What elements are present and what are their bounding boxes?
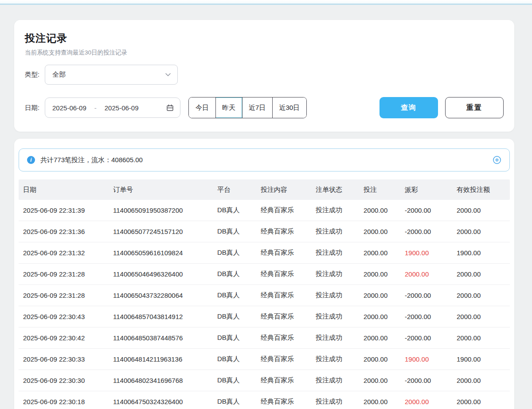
date-start-value: 2025-06-09 (52, 104, 86, 112)
table-row: 2025-06-09 22:31:32 1140065059616109824 … (19, 242, 510, 264)
cell-payout: -2000.00 (400, 292, 452, 299)
table-row: 2025-06-09 22:31:39 1140065091950387200 … (19, 200, 510, 221)
cell-payout: -2000.00 (400, 206, 452, 214)
cell-platform: DB真人 (213, 270, 256, 278)
cell-platform: DB真人 (213, 312, 256, 321)
date-label: 日期: (25, 104, 39, 112)
cell-status: 投注成功 (311, 312, 359, 321)
cell-status: 投注成功 (311, 397, 359, 406)
quick-range-group: 今日 昨天 近7日 近30日 (188, 97, 307, 118)
cell-platform: DB真人 (213, 334, 256, 342)
cell-date: 2025-06-09 22:30:18 (19, 398, 109, 405)
cell-payout: -2000.00 (400, 228, 452, 235)
cell-payout: 1900.00 (400, 249, 452, 257)
cell-payout: -2000.00 (400, 334, 452, 342)
cell-order-no: 1140065043732280064 (109, 292, 213, 299)
cell-order-no: 1140064814211963136 (109, 355, 213, 363)
table-header-row: 日期 订单号 平台 投注内容 注单状态 投注 派彩 有效投注额 (19, 179, 510, 200)
cell-content: 经典百家乐 (256, 206, 311, 214)
page-title: 投注记录 (25, 31, 504, 45)
cell-order-no: 1140064802341696768 (109, 377, 213, 384)
cell-status: 投注成功 (311, 291, 359, 300)
quick-range-7days[interactable]: 近7日 (242, 97, 272, 118)
table-row: 2025-06-09 22:31:36 1140065077245157120 … (19, 221, 510, 242)
cell-bet: 2000.00 (359, 249, 400, 257)
cell-content: 经典百家乐 (256, 397, 311, 406)
date-separator: - (94, 104, 97, 112)
cell-order-no: 1140065077245157120 (109, 228, 213, 235)
cell-valid-bet: 2000.00 (452, 270, 510, 278)
cell-date: 2025-06-09 22:31:28 (19, 292, 109, 299)
cell-status: 投注成功 (311, 376, 359, 385)
cell-content: 经典百家乐 (256, 291, 311, 300)
cell-platform: DB真人 (213, 249, 256, 257)
cell-order-no: 1140064750324326400 (109, 398, 213, 405)
quick-range-today[interactable]: 今日 (189, 97, 215, 118)
cell-order-no: 1140065091950387200 (109, 206, 213, 214)
cell-platform: DB真人 (213, 206, 256, 214)
cell-date: 2025-06-09 22:30:42 (19, 334, 109, 342)
cell-date: 2025-06-09 22:30:33 (19, 355, 109, 363)
cell-bet: 2000.00 (359, 228, 400, 235)
column-header-platform: 平台 (213, 186, 256, 194)
cell-bet: 2000.00 (359, 206, 400, 214)
query-button[interactable]: 查询 (379, 97, 438, 118)
cell-payout: -2000.00 (400, 377, 452, 384)
date-range-input[interactable]: 2025-06-09 - 2025-06-09 (45, 97, 180, 118)
filter-card: 投注记录 当前系统支持查询最近30日的投注记录 类型: 全部 日期: 2025-… (14, 20, 514, 132)
cell-payout: 2000.00 (400, 398, 452, 405)
cell-bet: 2000.00 (359, 334, 400, 342)
cell-bet: 2000.00 (359, 398, 400, 405)
cell-status: 投注成功 (311, 334, 359, 342)
cell-content: 经典百家乐 (256, 270, 311, 278)
cell-order-no: 1140065059616109824 (109, 249, 213, 257)
cell-content: 经典百家乐 (256, 249, 311, 257)
reset-button[interactable]: 重置 (445, 97, 504, 118)
date-end-value: 2025-06-09 (105, 104, 139, 112)
cell-date: 2025-06-09 22:30:30 (19, 377, 109, 384)
info-icon: i (27, 156, 35, 164)
cell-status: 投注成功 (311, 270, 359, 278)
cell-payout: -2000.00 (400, 313, 452, 320)
type-select[interactable]: 全部 (45, 65, 178, 85)
type-filter-row: 类型: 全部 (25, 65, 504, 85)
cell-bet: 2000.00 (359, 270, 400, 278)
cell-bet: 2000.00 (359, 313, 400, 320)
quick-range-yesterday[interactable]: 昨天 (215, 97, 242, 118)
cell-valid-bet: 2000.00 (452, 334, 510, 342)
cell-platform: DB真人 (213, 227, 256, 236)
cell-status: 投注成功 (311, 206, 359, 214)
quick-range-30days[interactable]: 近30日 (272, 97, 306, 118)
table-row: 2025-06-09 22:31:28 1140065043732280064 … (19, 285, 510, 306)
cell-valid-bet: 2000.00 (452, 292, 510, 299)
cell-content: 经典百家乐 (256, 334, 311, 342)
cell-valid-bet: 2000.00 (452, 398, 510, 405)
cell-payout: 1900.00 (400, 355, 452, 363)
calendar-icon[interactable] (166, 104, 174, 112)
table-body: 2025-06-09 22:31:39 1140065091950387200 … (19, 200, 510, 409)
filter-actions: 查询 重置 (379, 97, 504, 118)
cell-date: 2025-06-09 22:31:28 (19, 270, 109, 278)
cell-platform: DB真人 (213, 376, 256, 385)
cell-date: 2025-06-09 22:31:39 (19, 206, 109, 214)
cell-content: 经典百家乐 (256, 355, 311, 363)
table-row: 2025-06-09 22:31:28 1140065046496326400 … (19, 264, 510, 285)
cell-payout: 2000.00 (400, 270, 452, 278)
cell-date: 2025-06-09 22:31:36 (19, 228, 109, 235)
chevron-down-icon (165, 73, 171, 77)
table-row: 2025-06-09 22:30:30 1140064802341696768 … (19, 370, 510, 391)
cell-date: 2025-06-09 22:31:32 (19, 249, 109, 257)
cell-platform: DB真人 (213, 291, 256, 300)
summary-bar: i 共计773笔投注，流水：408605.00 (19, 148, 510, 171)
table-row: 2025-06-09 22:30:18 1140064750324326400 … (19, 391, 510, 409)
cell-date: 2025-06-09 22:30:43 (19, 313, 109, 320)
column-header-date: 日期 (19, 186, 109, 194)
cell-valid-bet: 2000.00 (452, 206, 510, 214)
cell-order-no: 1140064850387448576 (109, 334, 213, 342)
cell-platform: DB真人 (213, 355, 256, 363)
cell-status: 投注成功 (311, 227, 359, 236)
summary-text: 共计773笔投注，流水：408605.00 (40, 156, 143, 164)
cell-bet: 2000.00 (359, 377, 400, 384)
plus-circle-icon[interactable] (493, 156, 501, 164)
column-header-payout: 派彩 (400, 186, 452, 194)
